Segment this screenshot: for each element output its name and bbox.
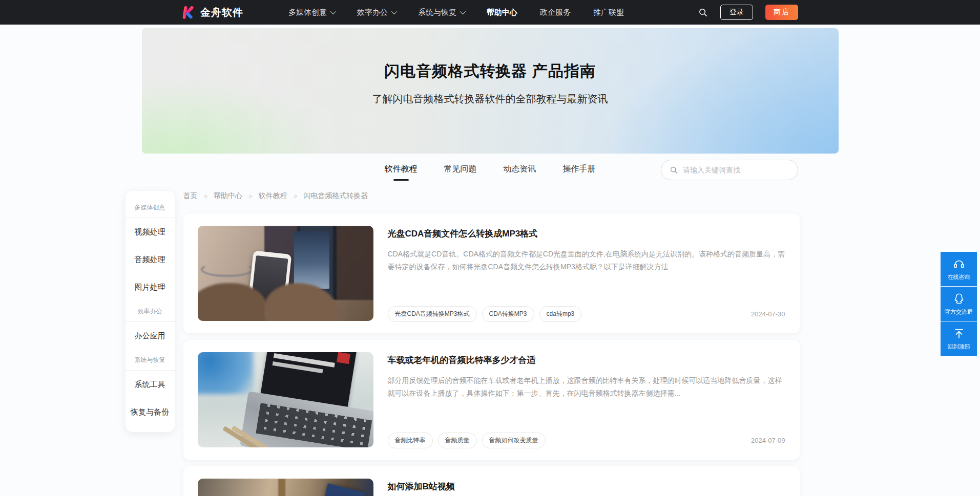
thumbnail-art [201, 262, 254, 277]
logo-k-icon [182, 6, 196, 19]
menu-help-center[interactable]: 帮助中心 [487, 8, 517, 17]
menu-affiliate[interactable]: 推广联盟 [593, 8, 624, 17]
article-tag[interactable]: 光盘CDA音频转换MP3格式 [388, 306, 477, 322]
breadcrumb-current: 闪电音频格式转换器 [303, 191, 368, 201]
article-tag[interactable]: cda转mp3 [539, 306, 582, 322]
breadcrumb: 首页 > 帮助中心 > 软件教程 > 闪电音频格式转换器 [183, 191, 800, 201]
article-tag[interactable]: 音频比特率 [388, 433, 433, 448]
article-date: 2024-07-09 [751, 437, 785, 444]
chevron-down-icon [460, 9, 466, 14]
brand-logo[interactable]: 金舟软件 [182, 6, 243, 19]
article-thumbnail[interactable] [198, 226, 373, 321]
qq-penguin-icon [952, 292, 966, 306]
sidebar-section-system: 系统与恢复 [126, 350, 175, 370]
arrow-up-icon [952, 327, 966, 340]
breadcrumb-home[interactable]: 首页 [183, 191, 198, 201]
page-subtitle: 了解闪电音频格式转换器软件的全部教程与最新资讯 [142, 92, 839, 106]
sidebar-section-multimedia: 多媒体创意 [126, 197, 175, 218]
menu-efficiency[interactable]: 效率办公 [357, 8, 395, 17]
sidebar-item-recovery-backup[interactable]: 恢复与备份 [126, 398, 175, 426]
menu-multimedia[interactable]: 多媒体创意 [288, 8, 335, 17]
keyword-search-box[interactable] [661, 160, 798, 180]
tabs-bar: 软件教程 常见问题 动态资讯 操作手册 [182, 159, 798, 187]
store-button[interactable]: 商店 [765, 5, 798, 20]
nav-search-icon[interactable] [698, 8, 708, 17]
article-card: 光盘CDA音频文件怎么转换成MP3格式 CDA格式就是CD音轨。CDA格式的音频… [183, 213, 800, 333]
breadcrumb-tutorials[interactable]: 软件教程 [259, 191, 287, 201]
qq-group-button[interactable]: 官方交流群 [941, 287, 977, 321]
breadcrumb-separator: > [248, 192, 253, 200]
tab-news[interactable]: 动态资讯 [504, 164, 536, 181]
hero-banner: 闪电音频格式转换器 产品指南 了解闪电音频格式转换器软件的全部教程与最新资讯 [142, 28, 839, 154]
active-tab-underline [393, 179, 409, 181]
page-title: 闪电音频格式转换器 产品指南 [142, 28, 839, 82]
menu-gov-enterprise[interactable]: 政企服务 [540, 8, 571, 17]
article-title[interactable]: 如何添加B站视频 [388, 481, 785, 492]
article-title[interactable]: 车载或老年机的音频比特率多少才合适 [388, 354, 785, 366]
thumbnail-art [300, 483, 365, 496]
sidebar-item-office[interactable]: 办公应用 [126, 322, 175, 350]
chevron-down-icon [330, 9, 336, 14]
tab-faq[interactable]: 常见问题 [444, 164, 477, 181]
article-card: 车载或老年机的音频比特率多少才合适 部分用反馈处理后的音频不能在车载或者老年机上… [183, 340, 800, 460]
logo-text: 金舟软件 [200, 6, 243, 19]
back-to-top-button[interactable]: 回到顶部 [941, 321, 977, 356]
sidebar-item-image[interactable]: 图片处理 [126, 273, 175, 301]
article-tag[interactable]: 音频质量 [438, 433, 477, 448]
thumbnail-art [278, 479, 285, 496]
qq-group-label: 官方交流群 [945, 308, 973, 316]
article-tag[interactable]: 音频如何改变质量 [482, 433, 546, 448]
article-thumbnail[interactable] [198, 352, 373, 447]
online-support-button[interactable]: 在线咨询 [941, 252, 977, 286]
category-sidebar: 多媒体创意 视频处理 音频处理 图片处理 效率办公 办公应用 系统与恢复 系统工… [126, 191, 175, 432]
breadcrumb-separator: > [294, 192, 298, 200]
sidebar-section-efficiency: 效率办公 [126, 301, 175, 321]
search-icon [670, 166, 678, 175]
back-to-top-label: 回到顶部 [948, 343, 970, 351]
article-description: CDA格式就是CD音轨。CDA格式的音频文件都是CD光盘里面的文件,在电脑系统内… [388, 248, 785, 273]
search-input[interactable] [683, 166, 789, 174]
online-support-label: 在线咨询 [948, 273, 970, 281]
headset-icon [952, 257, 966, 271]
breadcrumb-separator: > [204, 192, 208, 200]
sidebar-item-system-tools[interactable]: 系统工具 [126, 371, 175, 398]
article-tag[interactable]: CDA转换MP3 [482, 306, 534, 322]
sidebar-item-video[interactable]: 视频处理 [126, 218, 175, 246]
thumbnail-art [198, 352, 254, 394]
article-card: 如何添加B站视频 [183, 466, 800, 496]
main-menu: 多媒体创意 效率办公 系统与恢复 帮助中心 政企服务 推广联盟 [288, 8, 624, 17]
tab-manual[interactable]: 操作手册 [563, 164, 596, 181]
article-title[interactable]: 光盘CDA音频文件怎么转换成MP3格式 [388, 228, 785, 240]
floating-toolbar: 在线咨询 官方交流群 回到顶部 [941, 252, 977, 356]
chevron-down-icon [391, 9, 397, 14]
article-date: 2024-07-30 [751, 310, 785, 318]
login-button[interactable]: 登录 [720, 5, 753, 20]
sidebar-item-audio[interactable]: 音频处理 [126, 246, 175, 273]
top-navbar: 金舟软件 多媒体创意 效率办公 系统与恢复 帮助中心 政企服务 推广联盟 [0, 0, 980, 25]
menu-system-recovery[interactable]: 系统与恢复 [418, 8, 464, 17]
thumbnail-art [294, 231, 329, 289]
tab-software-tutorials[interactable]: 软件教程 [385, 164, 418, 181]
article-description: 部分用反馈处理后的音频不能在车载或者老年机上播放，这跟音频的比特率有关系，处理的… [388, 374, 785, 400]
article-thumbnail[interactable] [198, 479, 373, 496]
breadcrumb-help-center[interactable]: 帮助中心 [214, 191, 242, 201]
